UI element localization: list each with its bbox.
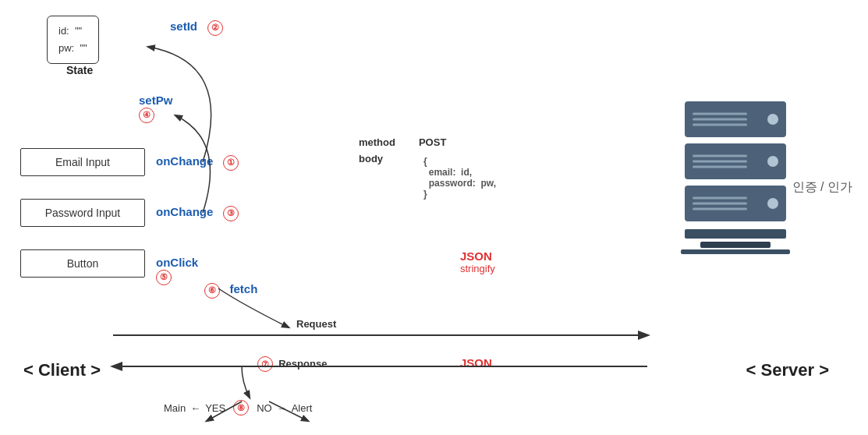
rack-base [685,229,786,239]
no-label: NO [257,402,272,414]
onchange-1-label: onChange ① [156,154,239,171]
circle-5: ⑤ [156,270,172,285]
rack-unit-3 [685,186,786,228]
json-response-label: JSON [460,356,492,370]
bottom-nav: Main ← YES ⑧ NO → Alert [164,400,312,416]
diagram: id: "" pw: "" State setId ② setPw ④ Emai… [0,0,868,435]
rack-unit-2 [685,143,786,186]
http-info: method POST body { email: id, password: … [359,136,496,200]
state-label: State [66,64,93,76]
state-box: id: "" pw: "" [47,16,99,64]
circle-4: ④ [139,108,154,123]
onclick-label: onClick ⑤ [156,256,198,285]
response-label: ⑦ Response [257,356,327,372]
arrow-left-icon: ← [190,402,200,414]
json-stringify-block: JSON stringify [460,249,495,274]
yes-label: YES [205,402,225,414]
alert-label: Alert [292,402,313,414]
method-label: method [359,136,395,148]
body-label: body [359,153,383,200]
fetch-label: ⑥ fetch [204,282,257,299]
circle-8: ⑧ [233,400,249,416]
code-block: { email: id, password: pw, } [423,156,496,200]
onchange-3-label: onChange ③ [156,205,239,221]
circle-7: ⑦ [257,356,273,372]
rack-foot [681,249,790,254]
server-rack [681,101,790,254]
email-input-box: Email Input [20,148,145,176]
stringify-label: stringify [460,263,495,274]
rack-unit-1 [685,101,786,143]
response-text: Response [278,358,327,370]
post-label: POST [419,136,446,148]
setid-label: setId ② [170,19,223,36]
circle-2: ② [207,20,223,36]
circle-1: ① [223,155,239,171]
auth-label: 인증 / 인가 [792,179,852,196]
json-label: JSON [460,249,495,263]
button-box: Button [20,249,145,278]
state-id-line: id: "" [58,23,87,40]
request-label: Request [296,318,336,330]
setpw-label: setPw ④ [139,94,172,123]
state-pw-line: pw: "" [58,40,87,57]
circle-6: ⑥ [204,283,220,299]
arrow-right-icon: → [277,402,287,414]
circle-3: ③ [223,206,239,221]
client-label: < Client > [23,360,101,380]
server-label: < Server > [746,360,829,380]
password-input-box: Password Input [20,199,145,227]
rack-stand [700,242,771,248]
main-label: Main [164,402,186,414]
